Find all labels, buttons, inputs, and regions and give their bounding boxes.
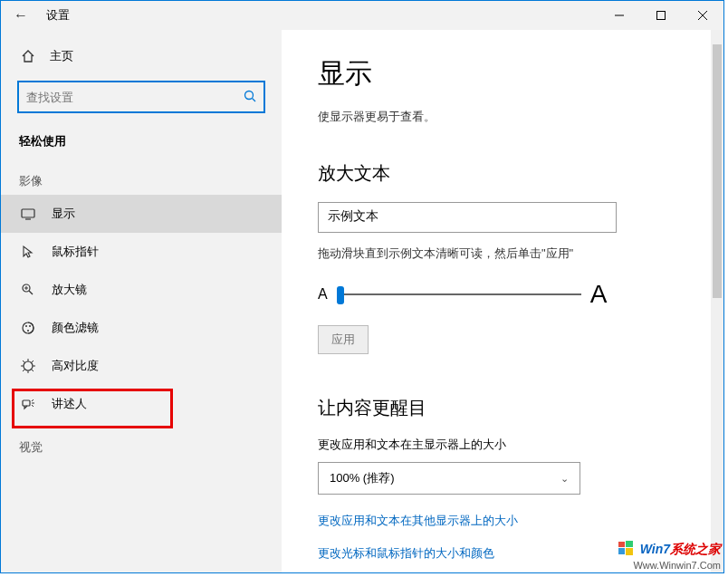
enlarge-text-heading: 放大文本 [318,161,687,186]
settings-window: ← 设置 主页 轻松使用 影像 显示 [0,0,724,573]
page-sub: 使显示器更易于查看。 [318,109,687,125]
svg-point-14 [29,325,31,327]
home-button[interactable]: 主页 [1,39,282,73]
other-displays-link[interactable]: 更改应用和文本在其他显示器上的大小 [318,513,687,529]
bold-heading: 让内容更醒目 [318,396,687,420]
apply-button[interactable]: 应用 [318,325,369,354]
svg-rect-25 [23,400,30,406]
svg-line-28 [32,405,34,407]
svg-point-13 [25,325,27,327]
narrator-icon [19,397,37,411]
nav-cursor[interactable]: 鼠标指针 [1,233,282,271]
search-icon [244,90,256,105]
minimize-button[interactable] [599,1,640,30]
content-pane: 显示 使显示器更易于查看。 放大文本 示例文本 拖动滑块直到示例文本清晰可读，然… [282,30,723,572]
nav-label: 讲述人 [52,396,87,412]
nav-label: 放大镜 [52,282,87,298]
nav-label: 颜色滤镜 [52,320,99,336]
nav-label: 高对比度 [52,358,99,374]
scale-value: 100% (推荐) [330,470,395,486]
svg-line-26 [32,399,34,401]
svg-point-15 [27,330,29,332]
chevron-down-icon: ⌄ [560,473,569,485]
svg-line-21 [23,361,24,362]
svg-line-23 [32,361,34,362]
back-button[interactable]: ← [1,7,41,24]
nav-label: 显示 [52,206,75,222]
window-title: 设置 [41,7,70,24]
big-a-label: A [590,280,608,309]
svg-rect-1 [657,12,666,20]
maximize-button[interactable] [640,1,682,30]
scale-label: 更改应用和文本在主显示器上的大小 [318,437,687,453]
section-title: 轻松使用 [1,113,282,157]
sidebar: 主页 轻松使用 影像 显示 鼠标指针 放大镜 [1,30,282,572]
svg-line-24 [23,370,24,371]
svg-line-11 [29,291,33,294]
titlebar: ← 设置 [1,1,723,30]
slider-hint: 拖动滑块直到示例文本清晰可读，然后单击"应用" [318,245,687,262]
nav-color-filter[interactable]: 颜色滤镜 [1,309,282,347]
color-filter-icon [19,321,37,335]
scrollbar-thumb[interactable] [713,44,722,298]
cursor-icon [19,245,37,259]
search-field[interactable] [26,91,244,104]
sample-text-box: 示例文本 [318,202,617,233]
nav-display[interactable]: 显示 [1,195,282,233]
category-shijue: 视觉 [1,423,282,461]
text-size-slider[interactable] [337,284,581,305]
scale-dropdown[interactable]: 100% (推荐) ⌄ [318,462,580,495]
cursor-size-link[interactable]: 更改光标和鼠标指针的大小和颜色 [318,545,687,562]
slider-thumb[interactable] [337,286,344,304]
home-icon [19,49,37,63]
nav-magnifier[interactable]: 放大镜 [1,271,282,309]
high-contrast-icon [19,359,37,373]
svg-line-22 [32,370,34,371]
page-heading: 显示 [318,55,687,92]
scrollbar[interactable] [711,30,723,572]
display-icon [19,207,37,221]
close-button[interactable] [682,1,723,30]
svg-point-4 [245,91,254,99]
nav-label: 鼠标指针 [52,244,99,260]
small-a-label: A [318,286,328,303]
svg-line-5 [253,98,256,101]
svg-rect-6 [22,209,34,217]
svg-point-16 [24,361,33,370]
nav-narrator[interactable]: 讲述人 [1,385,282,423]
home-label: 主页 [50,48,73,64]
category-yingxiang: 影像 [1,157,282,195]
magnifier-icon [19,283,37,297]
search-input[interactable] [17,81,265,113]
nav-high-contrast[interactable]: 高对比度 [1,347,282,385]
